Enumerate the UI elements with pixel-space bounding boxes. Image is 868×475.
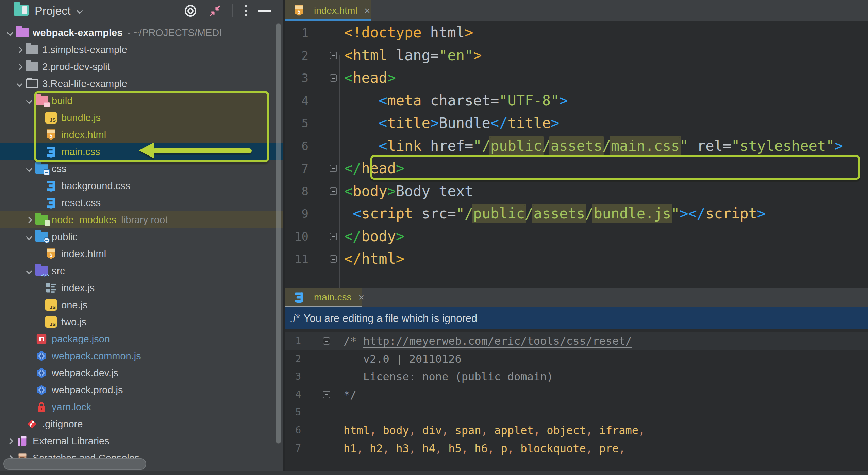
fold-marker-icon[interactable] xyxy=(330,187,337,195)
tree-row-1-simplest-example[interactable]: 1.simplest-example xyxy=(0,41,283,58)
tree-row-background-css[interactable]: background.css xyxy=(0,177,283,194)
tree-row-css[interactable]: css xyxy=(0,160,283,177)
tree-row-src[interactable]: </>src xyxy=(0,262,283,279)
tree-row-one-js[interactable]: JSone.js xyxy=(0,296,283,313)
fold-marker-icon[interactable] xyxy=(330,74,337,82)
more-options-kebab-icon[interactable] xyxy=(237,0,254,21)
tree-row-label: background.css xyxy=(61,180,130,192)
fold-marker-icon[interactable] xyxy=(330,165,337,172)
tree-row-gitignore[interactable]: .gitignore xyxy=(0,415,283,432)
horizontal-scrollbar[interactable] xyxy=(3,458,146,470)
webpack-config-icon xyxy=(36,384,47,396)
tree-row-webpack-examples[interactable]: webpack-examples- ~/PROJECTS/MEDI xyxy=(0,24,283,41)
project-panel-title[interactable]: Project xyxy=(35,4,71,17)
code-line-4: 4*/ xyxy=(285,386,868,404)
html-file-icon: 5 xyxy=(293,5,305,16)
line-number: 3 xyxy=(285,67,308,89)
tree-row-yarn-lock[interactable]: yarn.lock xyxy=(0,398,283,415)
ide-window: Project webpack-examples- ~/PROJECTS/MED… xyxy=(0,0,868,475)
line-number: 8 xyxy=(285,180,308,203)
line-number: 11 xyxy=(285,248,308,271)
code-text: <meta charset="UTF-8"> xyxy=(344,92,568,109)
fold-marker-icon[interactable] xyxy=(330,233,337,240)
vertical-scrollbar[interactable] xyxy=(276,23,281,444)
code-text: <!doctype html> xyxy=(344,24,473,41)
tree-row-label: two.js xyxy=(61,316,86,328)
fold-marker-icon[interactable] xyxy=(330,255,337,263)
tree-row-package-json[interactable]: package.json xyxy=(0,330,283,347)
code-line-4: 4 <meta charset="UTF-8"> xyxy=(285,89,868,112)
code-text: </html> xyxy=(344,250,404,267)
js-file-icon: JS xyxy=(45,316,57,328)
line-number: 3 xyxy=(285,368,301,386)
code-line-10: 10</body> xyxy=(285,225,868,248)
chevron-right-icon[interactable] xyxy=(14,48,24,52)
locate-target-icon[interactable] xyxy=(182,0,199,21)
chevron-down-icon[interactable] xyxy=(5,31,15,35)
tree-row-3-real-life-example[interactable]: 3.Real-life-example xyxy=(0,75,283,92)
tree-row-label: webpack-examples xyxy=(33,27,122,38)
tree-row-reset-css[interactable]: reset.css xyxy=(0,194,283,211)
code-line-2: 2 v2.0 | 20110126 xyxy=(285,350,868,368)
code-text: <script src="/public/assets/bundle.js"><… xyxy=(344,205,766,222)
tree-row-label: 2.prod-dev-split xyxy=(42,61,110,72)
notification-text: You are editing a file which is ignored xyxy=(304,312,478,325)
tree-row-node-modules[interactable]: node_moduleslibrary root xyxy=(0,211,283,228)
line-number: 5 xyxy=(285,112,308,135)
fold-marker-icon[interactable] xyxy=(323,391,330,398)
code-text: h1, h2, h3, h4, h5, h6, p, blockquote, p… xyxy=(344,442,625,455)
tab-label: main.css xyxy=(314,292,351,303)
code-text: /* http://meyerweb.com/eric/tools/css/re… xyxy=(344,334,632,347)
entrypoint-file-icon xyxy=(45,282,57,294)
line-number: 2 xyxy=(285,44,308,67)
folder-root-icon xyxy=(16,28,29,37)
chevron-down-icon[interactable] xyxy=(24,99,34,103)
tree-row-label: public xyxy=(52,231,78,243)
tree-row-label: webpack.dev.js xyxy=(52,367,118,379)
chevron-down-icon[interactable] xyxy=(24,235,34,239)
tree-row-2-prod-dev-split[interactable]: 2.prod-dev-split xyxy=(0,58,283,75)
chevron-down-icon[interactable] xyxy=(14,82,24,86)
code-text: <link href="/public/assets/main.css" rel… xyxy=(344,137,843,154)
code-line-3: 3 License: none (public domain) xyxy=(285,368,868,386)
chevron-right-icon[interactable] xyxy=(24,218,34,222)
code-text: <title>Bundle</title> xyxy=(344,115,559,131)
tree-row-label: package.json xyxy=(52,333,110,345)
chevron-down-icon[interactable] xyxy=(78,8,82,14)
chevron-right-icon[interactable] xyxy=(5,439,15,443)
fold-marker-icon[interactable] xyxy=(330,52,337,59)
chevron-down-icon[interactable] xyxy=(24,167,34,171)
tree-row-webpack-dev-js[interactable]: webpack.dev.js xyxy=(0,364,283,381)
line-number: 4 xyxy=(285,89,308,112)
fold-marker-icon[interactable] xyxy=(323,337,330,345)
tree-row-webpack-prod-js[interactable]: webpack.prod.js xyxy=(0,381,283,398)
code-line-6: 6 <link href="/public/assets/main.css" r… xyxy=(285,135,868,158)
html-editor: 1<!doctype html>2<html lang="en">3<head>… xyxy=(285,21,868,288)
hide-panel-icon[interactable] xyxy=(256,0,273,21)
tree-row-webpack-common-js[interactable]: webpack.common.js xyxy=(0,347,283,364)
tree-row-index-html[interactable]: 5index.html xyxy=(0,245,283,262)
tree-row-external-libraries[interactable]: External Libraries xyxy=(0,432,283,449)
code-text: v2.0 | 20110126 xyxy=(344,353,462,365)
chevron-right-icon[interactable] xyxy=(14,65,24,69)
tree-row-index-js[interactable]: index.js xyxy=(0,279,283,296)
line-number: 4 xyxy=(285,386,301,404)
tab-main-css[interactable]: main.css × xyxy=(285,288,362,307)
line-number: 7 xyxy=(285,440,301,458)
tree-row-label: 3.Real-life-example xyxy=(42,78,127,89)
close-icon[interactable]: × xyxy=(364,5,370,16)
tree-row-label: reset.css xyxy=(61,197,101,209)
code-line-5: 5 <title>Bundle</title> xyxy=(285,112,868,135)
tree-row-public[interactable]: public xyxy=(0,228,283,245)
collapse-all-icon[interactable] xyxy=(206,0,224,21)
tree-row-two-js[interactable]: JStwo.js xyxy=(0,313,283,330)
chevron-down-icon[interactable] xyxy=(24,269,34,273)
project-panel-header: Project xyxy=(0,0,283,21)
notification-prefix: .i* xyxy=(290,312,300,325)
close-icon[interactable]: × xyxy=(358,292,364,303)
folder-gray-icon xyxy=(26,62,38,71)
line-number: 1 xyxy=(285,21,308,44)
line-number: 6 xyxy=(285,135,308,158)
tab-index-html[interactable]: 5 index.html × xyxy=(285,0,371,21)
tree-row-annotation: library root xyxy=(121,214,168,226)
